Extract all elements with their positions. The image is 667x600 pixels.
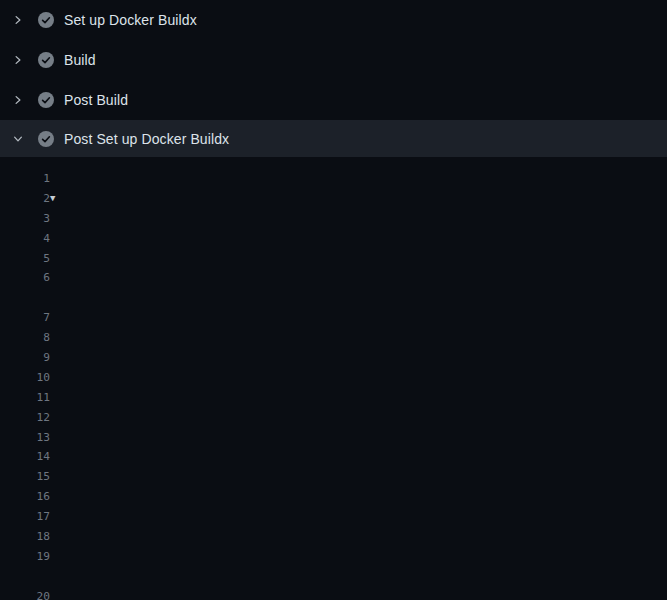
step-label: Post Set up Docker Buildx bbox=[64, 131, 229, 147]
chevron-right-icon bbox=[12, 94, 24, 106]
log-line-number[interactable]: 12 bbox=[0, 408, 50, 428]
log-line-number[interactable]: 15 bbox=[0, 467, 50, 487]
check-circle-icon bbox=[38, 12, 54, 28]
log-line-number[interactable]: 5 bbox=[0, 249, 50, 269]
log-line: 18 time="2021-04-23T18:02:38Z" level=deb… bbox=[0, 527, 667, 547]
log-line: 20 time="2021-04-23T18:02:38Z" level=deb… bbox=[0, 587, 667, 600]
log-line-number[interactable]: 16 bbox=[0, 487, 50, 507]
group-collapse-triangle-icon: ▼ bbox=[50, 189, 55, 209]
log-line-number[interactable]: 9 bbox=[0, 348, 50, 368]
step-header[interactable]: Post Set up Docker Buildx bbox=[0, 120, 667, 157]
log-line: 9 time="2021-04-23T18:02:37Z" level=warn… bbox=[0, 348, 667, 368]
log-line: 1 Post job cleanup. bbox=[0, 169, 667, 189]
log-line-number[interactable]: 8 bbox=[0, 328, 50, 348]
log-line: 17 time="2021-04-23T18:02:38Z" level=deb… bbox=[0, 507, 667, 527]
log-line: 6 time="2021-04-23T18:02:37Z" level=info… bbox=[0, 268, 667, 288]
log-line-number[interactable]: 1 bbox=[0, 169, 50, 189]
step-header[interactable]: Post Build bbox=[0, 80, 667, 120]
log-line-number[interactable]: 20 bbox=[0, 587, 50, 600]
log-line: 13 time="2021-04-23T18:02:38Z" level=deb… bbox=[0, 428, 667, 448]
log-line-number[interactable]: 13 bbox=[0, 428, 50, 448]
chevron-right-icon bbox=[12, 14, 24, 26]
check-circle-icon bbox=[38, 131, 54, 147]
log-line-number[interactable]: 14 bbox=[0, 447, 50, 467]
chevron-down-icon bbox=[12, 133, 24, 145]
log-line: 4 time="2021-04-23T18:02:37Z" level=info… bbox=[0, 229, 667, 249]
log-line-continuation: linux/riscv64 linux/ppc64le linux/s390x … bbox=[0, 288, 667, 308]
log-line: 5 time="2021-04-23T18:02:37Z" level=warn… bbox=[0, 249, 667, 269]
chevron-right-icon bbox=[12, 54, 24, 66]
log-viewer: 1 Post job cleanup. 2 ▼BuildKit containe… bbox=[0, 157, 667, 600]
log-line: 14 time="2021-04-23T18:02:38Z" level=deb… bbox=[0, 447, 667, 467]
log-line: 8 time="2021-04-23T18:02:37Z" level=info… bbox=[0, 328, 667, 348]
step-list: Set up Docker Buildx Build P bbox=[0, 0, 667, 157]
log-group-header[interactable]: 2 ▼BuildKit container logs bbox=[0, 189, 667, 209]
log-line-continuation: application/vnd.oci.image.index.v1+json,… bbox=[0, 567, 667, 587]
log-line: 10 time="2021-04-23T18:02:37Z" level=inf… bbox=[0, 368, 667, 388]
step-header[interactable]: Set up Docker Buildx bbox=[0, 0, 667, 40]
log-line: 15 time="2021-04-23T18:02:38Z" level=deb… bbox=[0, 467, 667, 487]
log-line: 3 /usr/bin/docker logs buildx_buildkit_b… bbox=[0, 209, 667, 229]
log-line: 7 time="2021-04-23T18:02:37Z" level=warn… bbox=[0, 308, 667, 328]
step-label: Build bbox=[64, 52, 96, 68]
log-line: 11 time="2021-04-23T18:02:38Z" level=deb… bbox=[0, 388, 667, 408]
check-circle-icon bbox=[38, 52, 54, 68]
step-header[interactable]: Build bbox=[0, 40, 667, 80]
log-line-number[interactable]: 18 bbox=[0, 527, 50, 547]
log-line-number[interactable]: 19 bbox=[0, 547, 50, 567]
log-line-number[interactable]: 4 bbox=[0, 229, 50, 249]
step-label: Post Build bbox=[64, 92, 128, 108]
log-line-number[interactable]: 2 bbox=[0, 189, 50, 209]
log-line-number[interactable]: 17 bbox=[0, 507, 50, 527]
log-line: 19 time="2021-04-23T18:02:38Z" level=deb… bbox=[0, 547, 667, 567]
log-line-number[interactable]: 10 bbox=[0, 368, 50, 388]
check-circle-icon bbox=[38, 92, 54, 108]
log-line-number[interactable]: 7 bbox=[0, 308, 50, 328]
log-line-number[interactable]: 6 bbox=[0, 268, 50, 288]
log-line-number[interactable]: 3 bbox=[0, 209, 50, 229]
log-line-number[interactable]: 11 bbox=[0, 388, 50, 408]
log-line: 16 time="2021-04-23T18:02:38Z" level=deb… bbox=[0, 487, 667, 507]
step-label: Set up Docker Buildx bbox=[64, 12, 197, 28]
log-line: 12 time="2021-04-23T18:02:38Z" level=deb… bbox=[0, 408, 667, 428]
